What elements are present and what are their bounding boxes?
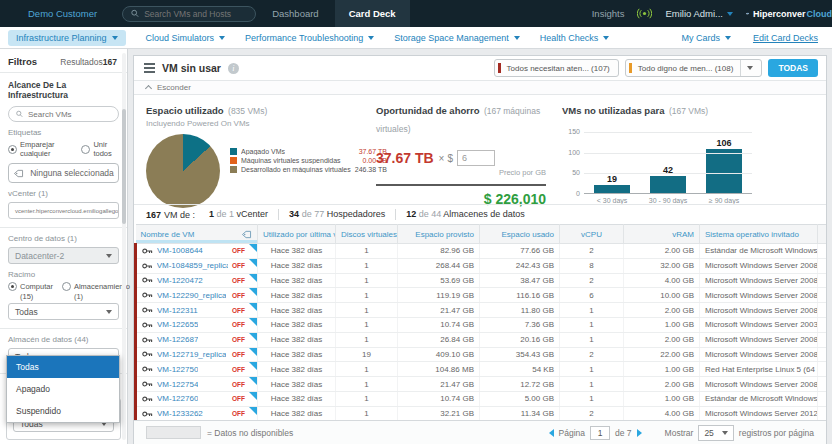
col-vcpu[interactable]: vCPU xyxy=(560,225,624,244)
table-row[interactable]: VM-122290_replica OFF Hace 382 días 1 11… xyxy=(136,288,827,303)
guest-os-cell: Microsoft Windows Server 2012 (6... xyxy=(700,406,818,420)
tab-card-deck[interactable]: Card Deck xyxy=(335,0,410,27)
nav-item-performance-troubleshooting[interactable]: Performance Troubleshooting xyxy=(245,33,374,43)
cluster-select[interactable]: Todas xyxy=(8,303,119,320)
dropdown-option[interactable]: Todas xyxy=(7,356,119,378)
vcenter-select[interactable]: vcenter.hiperconvercloud.emiliogallegos.… xyxy=(8,202,119,219)
computar-count: (15) xyxy=(20,292,53,301)
vm-name-link[interactable]: VM-122754 xyxy=(157,380,198,389)
prev-page-icon[interactable] xyxy=(549,429,554,437)
price-per-gb-input[interactable] xyxy=(457,150,495,166)
vm-name-link[interactable]: VM-122655 xyxy=(157,320,198,329)
vm-search-input[interactable] xyxy=(28,110,111,119)
col-espacio-usado[interactable]: Espacio usado xyxy=(480,225,560,244)
vm-name-link[interactable]: VM-1008644 xyxy=(157,246,203,255)
attention-filter-button[interactable]: Todos necesitan aten... (107) xyxy=(494,59,619,77)
vram-cell: 2.00 GB xyxy=(624,332,700,347)
last-used-cell: Hace 382 días xyxy=(258,273,336,288)
vm-table: Nombre de VM Utilizado por última vez Di… xyxy=(134,224,826,420)
vm-name-link[interactable]: VM-122311 xyxy=(157,306,198,315)
radio-computar[interactable]: Computar xyxy=(8,282,53,291)
card-menu-icon[interactable] xyxy=(144,63,155,73)
panel-count: (167 VMs) xyxy=(669,106,708,116)
vram-cell: 4.00 GB xyxy=(624,273,700,288)
customer-name-link[interactable]: Demo Customer xyxy=(28,8,97,19)
todas-button[interactable]: TODAS xyxy=(768,59,818,77)
col-espacio-provisto[interactable]: Espacio provisto xyxy=(398,225,480,244)
chevron-down-icon xyxy=(727,12,733,16)
next-page-icon[interactable] xyxy=(637,429,642,437)
col-nombre-vm[interactable]: Nombre de VM xyxy=(136,225,258,244)
vm-name-link[interactable]: VM-122719_replica xyxy=(157,350,226,359)
table-row[interactable]: VM-122719_replica OFF Hace 382 días 19 4… xyxy=(136,347,827,362)
insights-link[interactable]: Insights xyxy=(592,8,625,19)
col-discos[interactable]: Discos virtuales xyxy=(336,225,398,244)
used-space-cell: 54 KB xyxy=(480,362,560,377)
vm-search[interactable] xyxy=(8,106,119,122)
vm-name-link[interactable]: VM-1233262 xyxy=(157,409,203,418)
nav-item-infrastructure-planning[interactable]: Infrastructure Planning xyxy=(8,30,126,46)
col-ultima-vez[interactable]: Utilizado por última vez xyxy=(258,225,336,244)
tags-dropdown[interactable]: Ninguna seleccionada xyxy=(8,163,119,183)
last-used-cell: Hace 382 días xyxy=(258,406,336,420)
col-vram[interactable]: vRAM xyxy=(624,225,700,244)
table-row[interactable]: VM-1008644 OFF Hace 382 días 1 82.96 GB … xyxy=(136,244,827,259)
table-row[interactable]: VM-1084859_replica OFF Hace 382 días 1 2… xyxy=(136,258,827,273)
col-sistema-operativo[interactable]: Sistema operativo invitado xyxy=(700,225,818,244)
page-size-select[interactable]: 25 xyxy=(698,425,733,441)
table-row[interactable]: VM-122760 OFF Hace 382 días 1 10.74 GB 5… xyxy=(136,391,827,406)
legend-label: Desarrollado en máquinas virtuales xyxy=(241,166,351,173)
vcpu-cell: 2 xyxy=(560,244,624,259)
radio-match-all[interactable]: Unir todos xyxy=(81,140,119,158)
virtual-disks-cell: 1 xyxy=(336,377,398,392)
radio-match-any[interactable]: Emparejar cualquier xyxy=(8,140,72,158)
vm-name-link[interactable]: VM-122290_replica xyxy=(157,291,226,300)
user-menu[interactable]: Emilio Admi... xyxy=(665,8,733,19)
hide-panel-toggle[interactable]: Esconder xyxy=(134,80,826,95)
table-row[interactable]: VM-1220472 OFF Hace 382 días 1 53.69 GB … xyxy=(136,273,827,288)
nav-item-health-checks[interactable]: Health Checks xyxy=(540,33,610,43)
vm-name-link[interactable]: VM-122760 xyxy=(157,394,198,403)
signal-icon[interactable] xyxy=(637,8,652,19)
panel-title: Oportunidad de ahorro xyxy=(376,105,479,116)
guest-os-cell: Microsoft Windows Server 2008 (3... xyxy=(700,377,818,392)
search-input[interactable] xyxy=(144,9,247,19)
dropdown-option[interactable]: Apagado xyxy=(7,378,119,400)
vm-name-link[interactable]: VM-1084859_replica xyxy=(157,261,228,270)
last-used-cell: Hace 382 días xyxy=(258,332,336,347)
table-row[interactable]: VM-122655 OFF Hace 382 días 1 10.74 GB 7… xyxy=(136,317,827,332)
pagination: Página de 7 Mostrar 25 registros por pág… xyxy=(549,425,814,441)
filters-title: Filtros xyxy=(8,56,37,67)
radio-almacenamiento[interactable]: Almacenamiento xyxy=(62,282,130,291)
radio-icon xyxy=(8,145,17,154)
vm-name-link[interactable]: VM-122687 xyxy=(157,335,198,344)
table-row[interactable]: VM-122750 OFF Hace 382 días 1 104.86 MB … xyxy=(136,362,827,377)
dropdown-option[interactable]: Suspendido xyxy=(7,400,119,422)
nav-item-label: Health Checks xyxy=(540,33,599,43)
power-off-key-icon xyxy=(142,247,153,255)
my-cards-menu[interactable]: My Cards xyxy=(681,33,731,43)
global-search[interactable] xyxy=(122,6,256,22)
tab-dashboard[interactable]: Dashboard xyxy=(258,0,332,27)
table-row[interactable]: VM-122311 OFF Hace 382 días 1 21.47 GB 1… xyxy=(136,303,827,318)
edit-card-decks-link[interactable]: Edit Card Decks xyxy=(753,33,818,43)
vm-name-link[interactable]: VM-1220472 xyxy=(157,276,203,285)
sidebar-scrollbar-thumb[interactable] xyxy=(122,109,126,224)
power-status-badge: OFF xyxy=(232,292,245,299)
nav-item-cloud-simulators[interactable]: Cloud Simulators xyxy=(146,33,226,43)
radio-icon xyxy=(8,282,17,291)
mention-dropdown-toggle[interactable] xyxy=(740,60,753,76)
chevron-down-icon xyxy=(747,66,753,70)
info-icon[interactable]: i xyxy=(228,63,239,74)
tag-icon[interactable] xyxy=(241,230,252,239)
vm-name-link[interactable]: VM-122750 xyxy=(157,365,198,374)
table-row[interactable]: VM-122687 OFF Hace 382 días 1 26.84 GB 2… xyxy=(136,332,827,347)
table-row[interactable]: VM-1233262 OFF Hace 382 días 1 32.21 GB … xyxy=(136,406,827,420)
search-icon xyxy=(16,110,23,118)
page-input[interactable] xyxy=(590,426,610,440)
mention-filter-button[interactable]: Todo digno de men... (108) xyxy=(625,59,763,77)
nav-item-storage-space-management[interactable]: Storage Space Management xyxy=(394,33,520,43)
chevron-down-icon xyxy=(112,36,118,40)
datacenter-select[interactable]: Datacenter-2 xyxy=(8,247,119,264)
table-row[interactable]: VM-122754 OFF Hace 382 días 1 21.47 GB 1… xyxy=(136,377,827,392)
